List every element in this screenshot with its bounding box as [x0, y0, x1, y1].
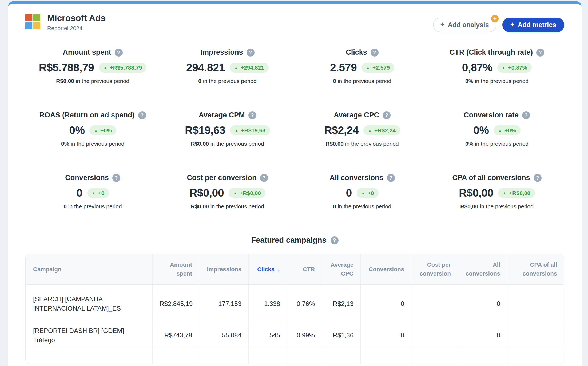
- column-header-average-cpc[interactable]: Average CPC: [322, 254, 360, 285]
- add-analysis-button[interactable]: + Add analysis ✦: [433, 18, 496, 32]
- trend-badge: ▲+R$19,63: [230, 125, 270, 135]
- logo-square-green: [33, 14, 40, 21]
- metric-previous-value: 0%: [465, 78, 473, 84]
- metric-card-average-cpm: Average CPM ? R$19,63 ▲+R$19,63 R$0,00 i…: [160, 111, 295, 147]
- help-icon[interactable]: ?: [247, 49, 255, 57]
- cell-all-conversions: 0: [458, 285, 507, 323]
- metric-previous: 0 in the previous period: [295, 203, 430, 210]
- help-icon[interactable]: ?: [383, 111, 391, 119]
- column-header-all-conversions[interactable]: All conversions: [458, 254, 507, 285]
- trend-badge: ▲+2.579: [361, 63, 394, 73]
- cell-ctr: 0,76%: [287, 285, 322, 323]
- cell-average-cpc: R$2,13: [322, 285, 360, 323]
- column-header-clicks-sorted[interactable]: Clicks↓: [248, 254, 287, 285]
- column-header-clicks-label: Clicks: [257, 266, 275, 273]
- metric-title: CTR (Click through rate): [450, 48, 533, 57]
- trend-badge-text: +0: [368, 190, 374, 196]
- column-header-campaign[interactable]: Campaign: [26, 254, 152, 285]
- trend-badge: ▲+0%: [89, 125, 116, 135]
- cell-campaign: [SEARCH] [CAMPANHA INTERNACIONAL LATAM]_…: [26, 285, 152, 323]
- page-title: Microsoft Ads: [47, 13, 106, 23]
- metric-previous-value: R$0,00: [191, 203, 209, 209]
- trend-badge: ▲+294.821: [230, 63, 269, 73]
- metric-value: R$5.788,79: [39, 61, 94, 74]
- metric-card-conversions: Conversions ? 0 ▲+0 0 in the previous pe…: [25, 174, 160, 210]
- microsoft-ads-logo-icon: [25, 14, 40, 29]
- metric-title: Conversion rate: [464, 111, 519, 119]
- help-icon[interactable]: ?: [331, 236, 339, 244]
- metric-value: 2.579: [330, 61, 357, 74]
- metric-previous-suffix: in the previous period: [478, 203, 534, 209]
- metric-title: Average CPC: [334, 111, 379, 119]
- help-icon[interactable]: ?: [522, 111, 530, 119]
- metric-value: R$0,00: [459, 187, 493, 199]
- trend-up-icon: ▲: [502, 66, 506, 70]
- trend-badge: ▲+0: [357, 188, 379, 198]
- metric-previous: R$0,00 in the previous period: [25, 78, 160, 84]
- logo-square-yellow: [33, 22, 40, 29]
- metric-card-cpa-all-conversions: CPA of all conversions ? R$0,00 ▲+R$0,00…: [430, 174, 564, 210]
- metric-previous: 0 in the previous period: [160, 78, 295, 84]
- metric-title: Clicks: [346, 48, 367, 57]
- title-block: Microsoft Ads Reportei 2024: [47, 13, 106, 31]
- column-header-conversions[interactable]: Conversions: [360, 254, 411, 285]
- add-metrics-button[interactable]: + Add metrics: [502, 18, 564, 32]
- trend-badge: ▲+R$2,24: [363, 125, 400, 135]
- featured-campaigns-header: Featured campaigns ?: [25, 236, 564, 245]
- help-icon[interactable]: ?: [534, 174, 542, 182]
- help-icon[interactable]: ?: [260, 174, 268, 182]
- metric-previous-suffix: in the previous period: [336, 203, 391, 209]
- metric-card-conversion-rate: Conversion rate ? 0% ▲+0% 0% in the prev…: [430, 111, 564, 147]
- metric-previous-suffix: in the previous period: [209, 203, 264, 209]
- trend-up-icon: ▲: [498, 129, 502, 132]
- trend-up-icon: ▲: [361, 191, 365, 195]
- cell-average-cpc: R$1,36: [322, 323, 360, 348]
- metric-card-amount-spent: Amount spent ? R$5.788,79 ▲+R$5.788,79 R…: [25, 48, 160, 84]
- help-icon[interactable]: ?: [115, 49, 123, 57]
- trend-badge-text: +0%: [100, 128, 112, 133]
- table-row: [REPORTEI DASH BR] [GDEM] Tráfego R$743,…: [26, 323, 564, 348]
- trend-badge: ▲+0,87%: [497, 63, 532, 73]
- trend-badge: ▲+R$5.788,79: [99, 63, 147, 73]
- logo-square-red: [25, 14, 32, 21]
- sparkle-icon: ✦: [491, 14, 499, 23]
- column-header-ctr[interactable]: CTR: [287, 254, 322, 285]
- cell-impressions: 55.084: [199, 323, 248, 348]
- help-icon[interactable]: ?: [387, 174, 395, 182]
- add-analysis-label: Add analysis: [448, 22, 489, 28]
- trend-up-icon: ▲: [235, 129, 238, 132]
- help-icon[interactable]: ?: [371, 49, 379, 57]
- column-header-cpa-all-conversions[interactable]: CPA of all conversions: [507, 254, 564, 285]
- metric-previous-suffix: in the previous period: [201, 78, 257, 84]
- metric-previous-suffix: in the previous period: [336, 78, 391, 84]
- metric-previous-value: R$0,00: [460, 203, 478, 209]
- help-icon[interactable]: ?: [138, 111, 146, 119]
- metric-previous-value: 0: [198, 78, 201, 84]
- trend-badge-text: +0,87%: [508, 65, 527, 70]
- metric-previous: R$0,00 in the previous period: [430, 203, 564, 210]
- column-header-cost-per-conversion[interactable]: Cost per conversion: [411, 254, 458, 285]
- column-header-amount-spent[interactable]: Amount spent: [152, 254, 199, 285]
- help-icon[interactable]: ?: [248, 111, 256, 119]
- column-header-impressions[interactable]: Impressions: [199, 254, 248, 285]
- report-header: Microsoft Ads Reportei 2024 + Add analys…: [25, 4, 564, 32]
- help-icon[interactable]: ?: [536, 49, 544, 57]
- trend-badge-text: +R$5.788,79: [110, 65, 142, 70]
- metric-title: CPA of all conversions: [452, 174, 530, 182]
- metric-value: R$19,63: [185, 124, 225, 137]
- featured-campaigns-title: Featured campaigns: [251, 236, 326, 245]
- metric-previous-value: 0: [333, 78, 336, 84]
- report-card: Microsoft Ads Reportei 2024 + Add analys…: [8, 1, 582, 366]
- metric-previous: R$0,00 in the previous period: [160, 141, 295, 147]
- metric-previous-suffix: in the previous period: [473, 141, 529, 147]
- help-icon[interactable]: ?: [112, 174, 120, 182]
- metric-previous-suffix: in the previous period: [473, 78, 529, 84]
- metric-previous: 0% in the previous period: [430, 78, 564, 84]
- metric-value: R$2,24: [324, 124, 359, 137]
- metric-previous: 0% in the previous period: [430, 141, 564, 147]
- metric-previous-value: 0%: [465, 141, 473, 147]
- header-actions: + Add analysis ✦ + Add metrics: [433, 18, 564, 32]
- trend-badge-text: +R$0,00: [240, 190, 261, 196]
- metric-title: Impressions: [200, 48, 243, 57]
- metric-title: Amount spent: [63, 48, 111, 57]
